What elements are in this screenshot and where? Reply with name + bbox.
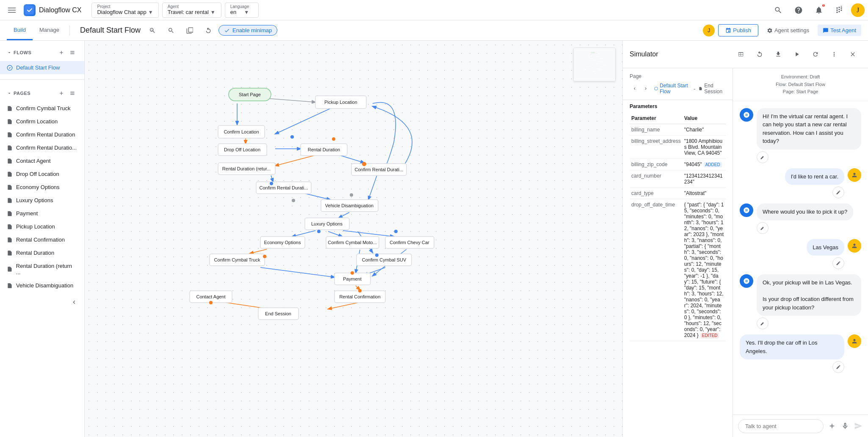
- simulator-close-button[interactable]: [844, 46, 861, 63]
- sidebar-item-page[interactable]: Confirm Rental Duration: [0, 128, 84, 141]
- notifications-button[interactable]: 1: [810, 2, 827, 19]
- second-nav: Build Manage Default Start Flow Enable m…: [0, 20, 868, 41]
- sidebar-item-page[interactable]: Rental Duration: [0, 246, 84, 259]
- sidebar-item-page[interactable]: Payment: [0, 207, 84, 220]
- svg-point-76: [394, 230, 398, 233]
- svg-rect-1: [8, 10, 16, 11]
- svg-text:Confirm Rental Durati...: Confirm Rental Durati...: [260, 185, 308, 190]
- chat-add-button[interactable]: [827, 418, 837, 434]
- add-flow-button[interactable]: [56, 47, 66, 58]
- message-edit-button[interactable]: [832, 257, 844, 269]
- language-chevron: ▼: [244, 9, 249, 15]
- sidebar-item-page[interactable]: Pickup Location: [0, 220, 84, 233]
- agent-dropdown[interactable]: Agent Travel: car rental ▼: [162, 3, 221, 18]
- project-chevron: ▼: [148, 9, 153, 15]
- message-copy-button[interactable]: [757, 222, 768, 234]
- flows-menu-button[interactable]: [67, 47, 77, 58]
- chat-bubble-actions: [757, 222, 768, 234]
- zoom-in-button[interactable]: [144, 22, 161, 39]
- simulator-refresh-button[interactable]: [807, 46, 824, 63]
- add-page-button[interactable]: [56, 88, 66, 98]
- zoom-search-button[interactable]: [163, 22, 180, 39]
- flow-canvas[interactable]: Start Page Pickup Location Confirm Locat…: [85, 41, 622, 437]
- sidebar-item-page[interactable]: Economy Options: [0, 181, 84, 194]
- svg-line-29: [328, 303, 358, 309]
- publish-button[interactable]: Publish: [718, 24, 758, 36]
- sidebar-item-page[interactable]: Confirm Cymbal Truck: [0, 102, 84, 115]
- collab-avatar: J: [703, 25, 715, 36]
- help-button[interactable]: [790, 2, 807, 19]
- chat-message-bot: Where would you like to pick it up?: [740, 203, 861, 234]
- fit-view-button[interactable]: [181, 22, 198, 39]
- minimap-toggle[interactable]: Enable minimap: [218, 25, 277, 36]
- svg-line-22: [250, 249, 267, 253]
- menu-icon[interactable]: [3, 2, 20, 19]
- search-button[interactable]: [770, 2, 787, 19]
- svg-text:End Session: End Session: [265, 311, 291, 316]
- sidebar-page-label: Economy Options: [16, 184, 60, 190]
- notification-badge: 1: [821, 3, 826, 8]
- apps-button[interactable]: [831, 2, 848, 19]
- chat-bubble-text: Yes. I'll drop the car off in Los Angele…: [740, 334, 844, 359]
- svg-text:Contact Agent: Contact Agent: [196, 294, 225, 299]
- sidebar-item-page[interactable]: Contact Agent: [0, 154, 84, 167]
- tab-manage[interactable]: Manage: [33, 21, 66, 40]
- svg-point-74: [350, 193, 353, 197]
- sidebar-item-page[interactable]: Confirm Rental Duratio...: [0, 141, 84, 154]
- tab-build[interactable]: Build: [7, 21, 33, 40]
- page-flow-link[interactable]: Default Start Flow: [654, 83, 690, 95]
- sidebar-item-page[interactable]: Luxury Options: [0, 194, 84, 207]
- sidebar-item-page[interactable]: Vehicle Disambiguation: [0, 279, 84, 292]
- svg-text:Rental Confirmation: Rental Confirmation: [339, 294, 380, 299]
- sidebar-page-label: Vehicle Disambiguation: [16, 282, 73, 289]
- project-dropdown[interactable]: Project Dialogflow Chat app ▼: [91, 3, 158, 18]
- message-copy-button[interactable]: [757, 151, 768, 163]
- sidebar-item-default-flow[interactable]: Default Start Flow: [0, 61, 84, 74]
- chat-send-button[interactable]: [853, 418, 863, 434]
- sidebar-collapse-button[interactable]: [0, 295, 84, 309]
- undo-button[interactable]: [200, 22, 217, 39]
- language-dropdown[interactable]: Language en ▼: [225, 3, 259, 18]
- page-nav-prev[interactable]: [630, 84, 640, 94]
- param-row: billing_name "Charlie": [630, 124, 726, 136]
- message-edit-button[interactable]: [832, 361, 844, 373]
- chat-message-user: Yes. I'll drop the car off in Los Angele…: [740, 334, 861, 373]
- params-scroll[interactable]: Parameters Parameter Value billing_name …: [623, 100, 733, 437]
- svg-text:Economy Options: Economy Options: [264, 240, 301, 245]
- svg-text:Confirm Cymbal SUV: Confirm Cymbal SUV: [362, 257, 406, 262]
- added-badge: ADDED: [704, 162, 722, 167]
- simulator-export-button[interactable]: [770, 46, 787, 63]
- chat-input[interactable]: [738, 419, 824, 433]
- svg-point-79: [351, 271, 354, 275]
- minimap: [573, 47, 616, 81]
- message-copy-button[interactable]: [757, 317, 768, 329]
- env-line2: Flow: Default Start Flow: [776, 82, 825, 87]
- simulator-more-button[interactable]: [826, 46, 843, 63]
- pages-list: Confirm Cymbal Truck Confirm Location Co…: [0, 102, 84, 292]
- simulator-undo-button[interactable]: [751, 46, 768, 63]
- chat-env-info: Environment: Draft Flow: Default Start F…: [733, 68, 868, 101]
- pages-menu-button[interactable]: [67, 88, 77, 98]
- sidebar-page-label: Luxury Options: [16, 197, 53, 203]
- simulator-play-button[interactable]: [788, 46, 805, 63]
- sidebar-item-page[interactable]: Confirm Location: [0, 115, 84, 128]
- minimap-label: Enable minimap: [232, 27, 272, 33]
- sidebar-item-page[interactable]: Drop Off Location: [0, 167, 84, 181]
- chat-mic-button[interactable]: [840, 418, 850, 434]
- svg-rect-3: [25, 6, 34, 14]
- param-row: card_type "Altostrat": [630, 188, 726, 199]
- page-nav-next[interactable]: [641, 84, 651, 94]
- svg-rect-83: [591, 52, 595, 53]
- sidebar-item-page[interactable]: Rental Duration (return ...: [0, 259, 84, 279]
- user-avatar[interactable]: [851, 3, 865, 17]
- message-edit-button[interactable]: [832, 186, 844, 198]
- simulator-layout-button[interactable]: [733, 46, 749, 63]
- svg-text:Confirm Cymbal Truck: Confirm Cymbal Truck: [214, 257, 260, 262]
- sidebar-page-label: Confirm Location: [16, 118, 58, 125]
- svg-text:Pickup Location: Pickup Location: [324, 100, 357, 105]
- chat-bubble-actions: [832, 361, 844, 373]
- test-agent-button[interactable]: Test Agent: [818, 25, 861, 36]
- agent-settings-button[interactable]: Agent settings: [762, 25, 814, 36]
- svg-text:Rental Duration: Rental Duration: [308, 147, 340, 152]
- sidebar-item-page[interactable]: Rental Confirmation: [0, 233, 84, 246]
